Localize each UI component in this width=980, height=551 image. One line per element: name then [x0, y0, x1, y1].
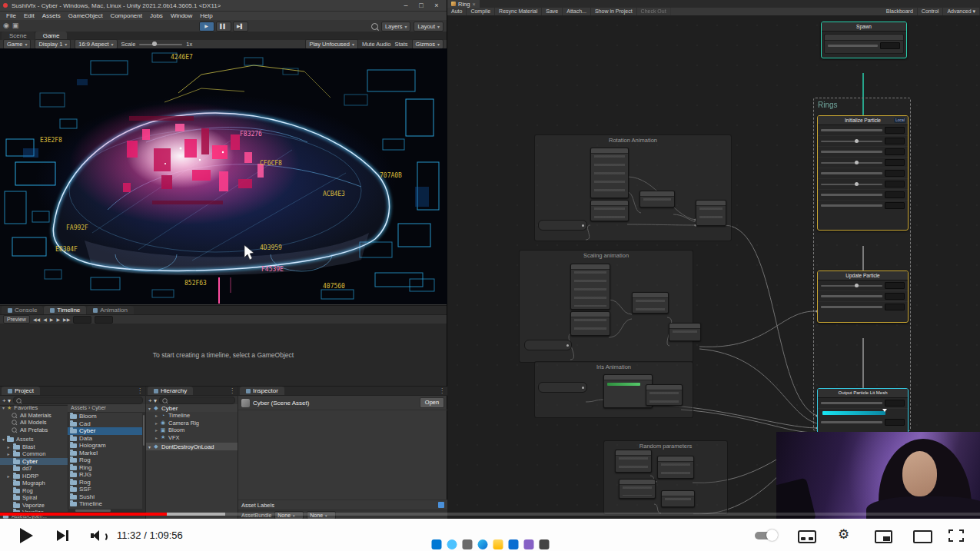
vfx-toolbar-button[interactable]: Show in Project: [591, 8, 637, 15]
asset-item[interactable]: Rog: [68, 456, 145, 464]
services-icon[interactable]: ▣: [12, 22, 19, 29]
taskbar-app-icon[interactable]: [523, 539, 533, 549]
asset-labels-header[interactable]: Asset Labels: [241, 502, 274, 509]
menu-item[interactable]: File: [2, 12, 20, 19]
goto-start-icon[interactable]: ◀◀: [33, 317, 40, 322]
timeline-tab[interactable]: Console: [2, 306, 43, 314]
project-folder[interactable]: ▸ Blast: [0, 443, 68, 451]
operator-node[interactable]: [570, 311, 610, 336]
project-folder[interactable]: Cyber: [0, 458, 68, 466]
expand-arrow-icon[interactable]: ▸: [6, 451, 11, 456]
taskbar-search-icon[interactable]: [447, 539, 457, 549]
project-folder[interactable]: ▸ Common: [0, 450, 68, 458]
operator-node[interactable]: [632, 292, 669, 314]
maximize-button[interactable]: □: [414, 1, 428, 11]
preview-button[interactable]: Preview: [3, 315, 30, 324]
update-particle-context[interactable]: Update Particle: [817, 271, 909, 323]
asset-item[interactable]: Cad: [68, 420, 145, 428]
tab-inspector[interactable]: Inspector: [240, 387, 284, 395]
frame-field[interactable]: [95, 316, 113, 324]
asset-item[interactable]: Timeline: [68, 500, 145, 508]
operator-node[interactable]: [570, 264, 610, 310]
pause-button[interactable]: ▌▌: [216, 22, 231, 32]
layers-dropdown[interactable]: Layers: [381, 22, 411, 32]
scene-header[interactable]: ◆Cyber: [146, 404, 238, 412]
close-button[interactable]: ×: [430, 1, 443, 11]
account-icon[interactable]: ◉: [3, 22, 9, 29]
mute-audio-button[interactable]: Mute Audio: [362, 41, 391, 48]
hierarchy-search-input[interactable]: [159, 397, 235, 404]
open-button[interactable]: Open: [420, 397, 444, 408]
vfx-toolbar-button[interactable]: Attach...: [563, 8, 591, 15]
hierarchy-item[interactable]: ▣ Bloom: [146, 427, 238, 434]
timeline-tab[interactable]: Timeline: [44, 306, 86, 314]
play-icon[interactable]: ▶: [50, 317, 54, 322]
menu-item[interactable]: Component: [107, 12, 146, 19]
operator-node[interactable]: [657, 456, 694, 479]
favorite-item[interactable]: All Models: [0, 419, 68, 427]
theater-mode-icon[interactable]: [913, 530, 932, 543]
operator-node[interactable]: [590, 148, 629, 198]
taskbar-app2-icon[interactable]: [539, 539, 549, 549]
spawn-block[interactable]: [824, 34, 904, 54]
menu-item[interactable]: GameObject: [65, 12, 107, 19]
expand-arrow-icon[interactable]: ▸: [6, 444, 11, 450]
asset-item[interactable]: Markel: [68, 450, 145, 457]
asset-item[interactable]: RJG: [68, 471, 145, 479]
menu-item[interactable]: Help: [196, 12, 216, 19]
favorite-item[interactable]: All Prefabs: [0, 427, 68, 434]
settings-gear-icon[interactable]: ⚙: [838, 526, 849, 543]
taskbar-explorer-icon[interactable]: [493, 539, 503, 549]
fullscreen-icon[interactable]: [948, 529, 964, 545]
prev-frame-icon[interactable]: ◀: [43, 317, 47, 322]
operator-node[interactable]: [615, 450, 652, 473]
operator-node[interactable]: [639, 191, 675, 207]
parameter-node[interactable]: [524, 340, 572, 350]
play-button[interactable]: ▶: [199, 22, 214, 32]
tab-ring-vfx[interactable]: Ring ×: [447, 0, 480, 8]
frame-field[interactable]: [73, 316, 91, 324]
operator-node[interactable]: [696, 200, 726, 226]
asset-item[interactable]: Sushi: [68, 493, 145, 501]
autoplay-toggle[interactable]: [755, 532, 776, 539]
hierarchy-item[interactable]: ◉ Camera Rig: [146, 420, 238, 427]
asset-item[interactable]: Data: [68, 435, 145, 443]
vfx-toolbar-button[interactable]: Compile: [467, 8, 495, 15]
operator-node[interactable]: [619, 479, 656, 499]
hierarchy-item[interactable]: ★ VFX: [146, 434, 238, 442]
search-icon[interactable]: [371, 23, 378, 30]
project-search-input[interactable]: [13, 397, 143, 404]
menu-item[interactable]: Edit: [20, 12, 38, 19]
taskbar-taskview-icon[interactable]: [462, 539, 472, 549]
spawn-context[interactable]: Spawn: [821, 22, 907, 58]
asset-item[interactable]: Rog: [68, 479, 145, 486]
step-button[interactable]: ▶▌: [233, 22, 248, 32]
operator-node[interactable]: [661, 490, 695, 507]
create-asset-button[interactable]: + ▾: [2, 397, 11, 404]
asset-item[interactable]: Ring: [68, 464, 145, 472]
panel-menu-icon[interactable]: ⋮: [229, 387, 235, 394]
video-frame[interactable]: SushiVfx - Cyber - Windows, Mac, Linux -…: [0, 0, 980, 519]
dontdestroyonload-scene[interactable]: ◆DontDestroyOnLoad: [146, 443, 238, 450]
output-context-header[interactable]: Output Particle Lit Mesh: [818, 389, 908, 398]
initialize-context-header[interactable]: Initialize ParticleLocal: [818, 116, 908, 125]
breadcrumb[interactable]: Assets › Cyber: [68, 404, 145, 413]
panel-menu-icon[interactable]: ⋮: [439, 387, 445, 394]
create-object-button[interactable]: + ▾: [148, 397, 157, 404]
scale-slider[interactable]: [139, 44, 182, 45]
vertical-scrollbar[interactable]: [142, 412, 145, 509]
project-folder[interactable]: ▸ HDRP: [0, 473, 68, 480]
taskbar-start-icon[interactable]: [431, 539, 441, 549]
player-next-icon[interactable]: [57, 530, 65, 541]
vfx-toolbar-button[interactable]: Save: [542, 8, 563, 15]
hierarchy-item[interactable]: ◔ Timeline: [146, 412, 238, 420]
label-tag-icon[interactable]: [438, 502, 444, 508]
menu-item[interactable]: Jobs: [146, 12, 167, 19]
vfx-toolbar-toggle[interactable]: Advanced ▾: [943, 8, 980, 15]
assets-header[interactable]: Assets: [16, 436, 34, 443]
gradient-field[interactable]: [822, 411, 885, 415]
stats-button[interactable]: Stats: [394, 41, 407, 48]
update-context-header[interactable]: Update Particle: [818, 271, 908, 280]
goto-end-icon[interactable]: ▶▶: [63, 317, 70, 322]
minimize-button[interactable]: –: [399, 1, 413, 11]
